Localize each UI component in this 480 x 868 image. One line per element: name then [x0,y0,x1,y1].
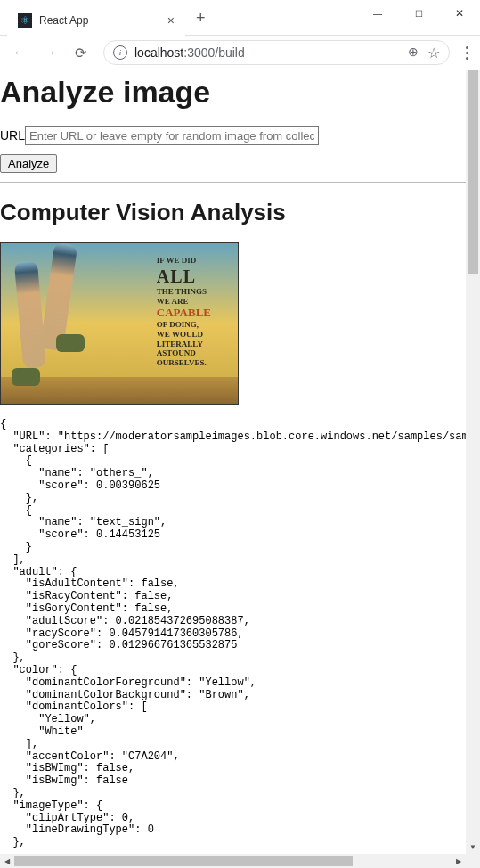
address-bar[interactable]: localhost:3000/build ⊕ ☆ [103,40,450,65]
scrollbar-thumb[interactable] [14,856,353,866]
scroll-left-arrow-icon[interactable]: ◀ [0,854,14,868]
page-content: Analyze image URL Analyze Computer Visio… [0,70,480,854]
zoom-icon[interactable]: ⊕ [408,45,419,61]
reload-button[interactable]: ⟳ [68,40,93,65]
page-title: Analyze image [0,75,480,110]
site-info-icon[interactable] [113,45,127,60]
tab-title: React App [39,14,164,27]
scrollbar-thumb[interactable] [468,70,478,274]
json-output: { "URL": "https://moderatorsampleimages.… [0,419,480,849]
horizontal-scrollbar[interactable]: ◀ ▶ [0,854,466,868]
minimize-button[interactable] [357,0,398,27]
scroll-right-arrow-icon[interactable]: ▶ [452,854,466,868]
vertical-scrollbar[interactable]: ▼ [466,70,480,854]
browser-tab[interactable]: React App × [7,5,185,36]
result-heading: Computer Vision Analysis [0,199,480,226]
analyzed-image: IF WE DID ALL THE THINGS WE ARE CAPABLE … [0,242,239,405]
scroll-down-arrow-icon[interactable]: ▼ [466,839,480,854]
bookmark-star-icon[interactable]: ☆ [427,45,440,61]
back-button[interactable]: ← [7,40,32,65]
analyze-button[interactable]: Analyze [0,154,57,173]
close-window-button[interactable] [439,0,480,27]
url-input[interactable] [25,126,319,145]
react-icon [18,13,32,28]
scrollbar-corner [466,854,480,868]
url-label: URL [0,128,25,143]
kebab-menu-icon[interactable] [460,39,473,67]
divider [0,182,480,183]
forward-button[interactable]: → [37,40,62,65]
close-tab-icon[interactable]: × [164,13,178,28]
window-controls [357,0,480,27]
url-text: localhost:3000/build [134,45,245,60]
new-tab-button[interactable]: + [196,9,206,28]
browser-toolbar: ← → ⟳ localhost:3000/build ⊕ ☆ [0,36,480,70]
window-titlebar: React App × + [0,0,480,36]
maximize-button[interactable] [398,0,439,27]
